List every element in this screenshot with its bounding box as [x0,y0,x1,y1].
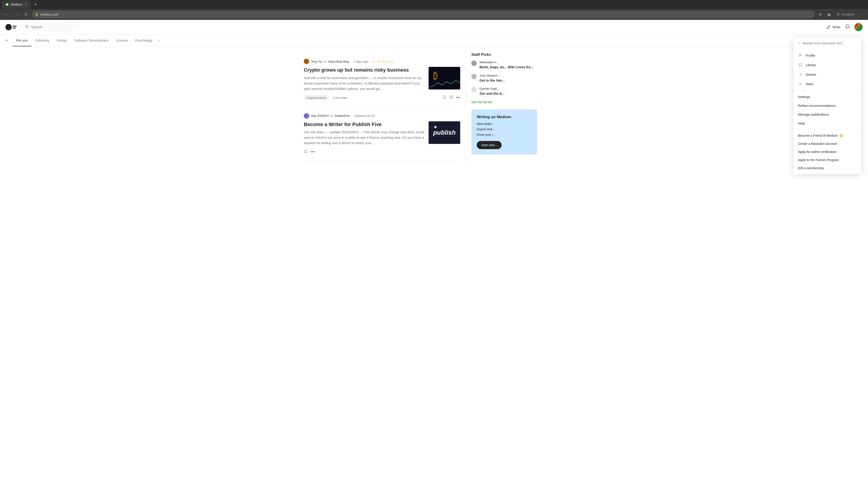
menu-item-library[interactable]: Library [794,60,861,70]
feed-area: Tony Yiu in Alpha Beta Blog · 2 days ago… [298,47,466,166]
write-button[interactable]: Write [826,25,840,29]
pick-title: Birds, bugs, an... Wiki Loves Ea... [479,65,537,69]
publication-name[interactable]: PublishFive [335,114,350,118]
logo-circle [5,24,12,30]
article-meta: Aby JOSEPH in PublishFive · Updated Oct … [304,113,460,119]
tab-bar: Medium ✕ + [0,0,868,9]
pick-author-avatar [471,87,477,92]
search-placeholder: Search [31,25,42,29]
tabs-more-button[interactable]: › [156,35,161,46]
tab-science[interactable]: Science [112,35,131,46]
svg-rect-1 [7,4,8,5]
write-label: Write [833,25,840,29]
bookmark-icon [798,63,802,67]
more-button[interactable]: ••• [311,150,315,154]
separator: in [324,60,326,63]
add-tab-button[interactable]: + [5,34,11,47]
menu-item-manage-pubs[interactable]: Manage publications [794,110,861,119]
time-ago: Updated Oct 25 [354,114,375,118]
user-avatar[interactable] [855,23,863,31]
stats-label: Stats [806,82,813,86]
reload-button[interactable]: ↻ [23,11,30,18]
forward-button[interactable]: → [13,11,20,18]
menu-item-mastodon[interactable]: Create a Mastodon account [794,140,861,148]
menu-item-author-verify[interactable]: Apply for author verification [794,148,861,156]
save-button[interactable] [304,149,308,155]
new-tab-button[interactable]: + [33,1,39,8]
promo-title: Writing on Medium [477,115,532,119]
article-title[interactable]: Become a Writer for Publish Five [304,121,425,128]
tab-title: Medium [11,3,22,6]
article-tag[interactable]: Cryptocurrency [304,95,329,100]
author-name[interactable]: Tony Yiu [311,60,322,63]
tab-close-button[interactable]: ✕ [25,3,27,6]
refine-label: Refine recommendations [798,104,836,107]
become-friend-label: Become a Friend of Medium [798,134,838,137]
menu-item-settings[interactable]: Settings [794,92,861,101]
menu-item-become-friend[interactable]: Become a Friend of Medium ★ [794,131,861,140]
article-content: Crypto grows up but remains risky busine… [304,67,460,92]
save-button[interactable] [442,95,446,100]
member-since-bar: ✦ Member since December 2023 [794,38,861,49]
logo-icon [5,24,17,30]
start-writing-button[interactable]: Start writi... [477,141,502,149]
menu-item-gift[interactable]: Gift a membership [794,164,861,166]
staff-pick-item[interactable]: Wikimedia In... Birds, bugs, an... Wiki … [471,61,537,69]
article-footer: ••• [304,149,460,155]
browser-frame: Medium ✕ + ← → ↻ 🔒 medium.com ★ ▣ Incogn… [0,0,868,20]
staff-pick-item[interactable]: Quentin Sept... Zen and the A... [471,87,537,96]
dislike-button[interactable] [449,95,453,100]
menu-item-refine[interactable]: Refine recommendations [794,101,861,110]
author-avatar [304,59,309,64]
address-bar[interactable]: 🔒 medium.com [32,11,815,18]
article-footer: Cryptocurrency 3 min read ••• [304,95,460,100]
staff-pick-item[interactable]: Joan Westenl... Get in the Van... [471,74,537,83]
tab-psychology[interactable]: Psychology [131,35,156,46]
article-text: Become a Writer for Publish Five Join th… [304,121,425,146]
tab-design[interactable]: Design [53,35,71,46]
mastodon-label: Create a Mastodon account [798,142,837,145]
nav-actions: ★ ▣ Incognito ⋮ [817,11,865,18]
article-card: Aby JOSEPH in PublishFive · Updated Oct … [304,107,460,161]
article-actions: ••• [304,149,315,155]
article-thumbnail: ✦ publish [429,121,460,144]
pick-author: Joan Westenl... [479,74,537,77]
medium-app: Search Write + For you Following Design … [0,20,868,166]
more-options-button[interactable]: ⋮ [858,11,865,18]
author-name[interactable]: Aby JOSEPH [311,114,329,118]
tab-following[interactable]: Following [31,35,53,46]
logo-bars [13,26,17,29]
main-layout: Tony Yiu in Alpha Beta Blog · 2 days ago… [298,47,569,166]
tab-for-you[interactable]: For you [13,35,31,46]
search-box[interactable]: Search [21,23,80,31]
member-only-star: ★ [372,60,375,63]
window-toggle-button[interactable]: ▣ [826,11,833,18]
menu-item-profile[interactable]: Profile [794,51,861,60]
chart-icon [798,82,802,86]
browser-tab-medium[interactable]: Medium ✕ [2,0,31,8]
incognito-button[interactable]: Incognito [834,11,856,18]
see-full-list-link[interactable]: See the full list [471,100,537,104]
promo-item: Expert writi... [477,127,532,131]
article-card: Tony Yiu in Alpha Beta Blog · 2 days ago… [304,53,460,107]
tab-software-development[interactable]: Software Development [71,35,112,46]
article-title[interactable]: Crypto grows up but remains risky busine… [304,67,425,73]
publication-name[interactable]: Alpha Beta Blog [328,60,349,63]
svg-point-2 [837,13,839,14]
more-button[interactable]: ••• [456,95,460,100]
menu-item-stories[interactable]: Stories [794,70,861,79]
menu-item-stats[interactable]: Stats [794,79,861,89]
bookmark-star-button[interactable]: ★ [817,11,824,18]
stories-label: Stories [806,72,816,76]
menu-item-help[interactable]: Help [794,119,861,128]
logo-bar-bottom [13,28,16,29]
back-button[interactable]: ← [3,11,10,18]
separator: · [370,60,371,63]
article-thumbnail: ₿ [429,67,460,90]
notification-bell[interactable] [845,24,850,30]
svg-point-0 [6,4,8,5]
menu-item-partner[interactable]: Apply to the Partner Program [794,156,861,164]
svg-point-8 [800,54,801,55]
svg-point-3 [26,25,28,28]
chart-svg [429,78,460,90]
